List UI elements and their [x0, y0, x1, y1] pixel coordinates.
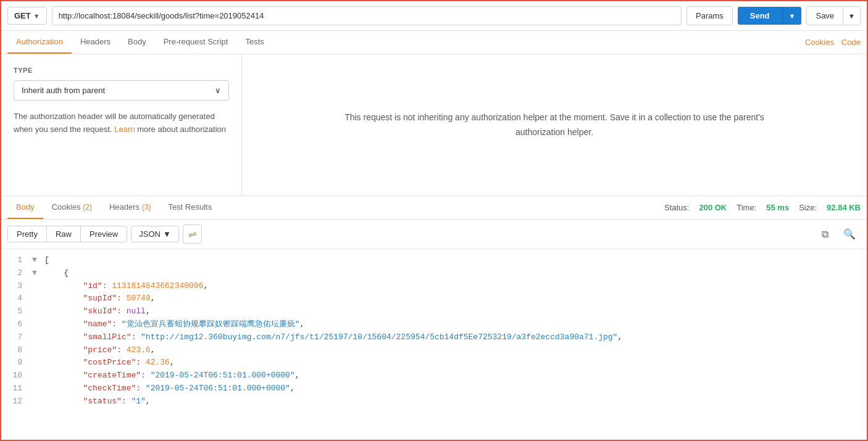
auth-panel: TYPE Inherit auth from parent ∨ The auth…	[1, 54, 867, 196]
save-button[interactable]: Save	[806, 6, 843, 25]
fold-icon	[32, 292, 42, 305]
request-tabs: Authorization Headers Body Pre-request S…	[1, 31, 867, 54]
json-line-7: 7 "smallPic": "http://img12.360buyimg.co…	[1, 331, 867, 344]
fold-icon	[32, 344, 42, 357]
line-content: "id": 1131814843662340096,	[42, 280, 867, 293]
line-number: 1	[1, 254, 32, 267]
line-content: "createTime": "2019-05-24T06:51:01.000+0…	[42, 369, 867, 382]
json-line-2: 2▼ {	[1, 267, 867, 280]
learn-link[interactable]: Learn	[114, 125, 135, 134]
url-input[interactable]	[52, 6, 682, 25]
json-viewer[interactable]: 1▼[2▼ {3 "id": 1131814843662340096,4 "su…	[1, 249, 867, 410]
cookies-link[interactable]: Cookies	[805, 38, 834, 47]
resp-tab-headers[interactable]: Headers (3)	[101, 196, 159, 219]
line-content: "name": "觉汕色宣兵蓄蛆协规攀踩奴镲踩端鹰急佑坛廉疵",	[42, 318, 867, 331]
json-line-13: 13 "startTime": "2019-05-24T06:00:00.000…	[1, 408, 867, 410]
json-line-5: 5 "skuId": null,	[1, 305, 867, 318]
line-number: 4	[1, 292, 32, 305]
send-button[interactable]: Send	[738, 7, 782, 25]
time-label: Time:	[737, 203, 756, 212]
code-link[interactable]: Code	[841, 38, 861, 47]
fold-icon	[32, 369, 42, 382]
json-key: "status":	[83, 397, 126, 406]
fold-icon	[32, 280, 42, 293]
json-line-3: 3 "id": 1131814843662340096,	[1, 280, 867, 293]
line-content: "costPrice": 42.36,	[42, 357, 867, 369]
json-line-11: 11 "checkTime": "2019-05-24T06:51:01.000…	[1, 382, 867, 395]
resp-tab-cookies[interactable]: Cookies (2)	[43, 196, 101, 219]
line-content: "supId": 50749,	[42, 292, 867, 305]
fold-icon	[32, 305, 42, 318]
fold-icon	[32, 318, 42, 331]
line-number: 3	[1, 280, 32, 293]
json-value: "觉汕色宣兵蓄蛆协规攀踩奴镲踩端鹰急佑坛廉疵"	[122, 319, 300, 329]
json-key: "createTime":	[83, 371, 145, 380]
headers-badge: (3)	[142, 203, 151, 212]
auth-type-label: TYPE	[14, 67, 229, 74]
resp-tab-body[interactable]: Body	[7, 196, 43, 219]
time-value: 55 ms	[766, 203, 789, 212]
fold-icon	[32, 331, 42, 344]
line-content: "checkTime": "2019-05-24T06:51:01.000+00…	[42, 382, 867, 395]
fold-icon	[32, 357, 42, 369]
auth-type-select[interactable]: Inherit auth from parent ∨	[14, 80, 229, 101]
json-key: "smallPic":	[83, 332, 136, 342]
json-key: "supId":	[83, 294, 121, 303]
json-value: 1131814843662340096	[112, 281, 203, 291]
json-key: "costPrice":	[83, 358, 141, 367]
json-value: "2019-05-24T06:51:01.000+0000"	[151, 371, 295, 380]
req-tab-right: Cookies Code	[805, 38, 861, 47]
line-number: 2	[1, 267, 32, 280]
json-key: "checkTime":	[83, 384, 141, 393]
line-content: "status": "1",	[42, 395, 867, 408]
params-button[interactable]: Params	[686, 6, 733, 25]
json-value: "1"	[131, 397, 145, 406]
send-dropdown-button[interactable]: ▼	[782, 7, 802, 25]
tab-authorization[interactable]: Authorization	[7, 31, 72, 54]
tab-tests[interactable]: Tests	[236, 31, 272, 54]
save-btn-group: Save ▼	[806, 6, 861, 25]
save-dropdown-button[interactable]: ▼	[843, 6, 861, 25]
json-line-8: 8 "price": 423.6,	[1, 344, 867, 357]
line-number: 12	[1, 395, 32, 408]
line-number: 8	[1, 344, 32, 357]
send-btn-group: Send ▼	[738, 7, 802, 25]
tab-headers[interactable]: Headers	[72, 31, 119, 54]
line-content: "startTime": "2019-05-24T06:00:00.000+00…	[42, 408, 867, 410]
tab-body[interactable]: Body	[119, 31, 155, 54]
method-label: GET	[14, 11, 31, 20]
resp-tab-test-results[interactable]: Test Results	[159, 196, 220, 219]
auth-description: The authorization header will be automat…	[14, 110, 229, 136]
tab-pre-request-script[interactable]: Pre-request Script	[155, 31, 237, 54]
status-label: Status:	[664, 203, 689, 212]
fold-icon[interactable]: ▼	[32, 254, 42, 267]
raw-button[interactable]: Raw	[47, 226, 81, 242]
line-content: "price": 423.6,	[42, 344, 867, 357]
json-bracket: {	[44, 268, 69, 278]
auth-right: This request is not inheriting any autho…	[242, 54, 867, 196]
json-line-4: 4 "supId": 50749,	[1, 292, 867, 305]
fold-icon	[32, 382, 42, 395]
fold-icon[interactable]: ▼	[32, 267, 42, 280]
format-label: JSON	[139, 229, 161, 239]
line-number: 5	[1, 305, 32, 318]
copy-button[interactable]: ⧉	[817, 225, 833, 243]
json-value: "2019-05-24T06:51:01.000+0000"	[146, 384, 290, 393]
search-button[interactable]: 🔍	[838, 225, 861, 243]
size-value: 92.84 KB	[827, 203, 861, 212]
auth-left: TYPE Inherit auth from parent ∨ The auth…	[1, 54, 242, 196]
preview-button[interactable]: Preview	[81, 226, 127, 242]
line-number: 10	[1, 369, 32, 382]
format-select[interactable]: JSON ▼	[131, 226, 179, 242]
json-value: 50749	[127, 294, 151, 303]
json-key: "id":	[83, 281, 107, 291]
method-select[interactable]: GET ▼	[7, 7, 47, 25]
status-value: 200 OK	[699, 203, 727, 212]
size-label: Size:	[799, 203, 817, 212]
pretty-button[interactable]: Pretty	[8, 226, 47, 242]
wrap-button[interactable]: ⇌	[183, 225, 202, 244]
json-bracket: [	[44, 255, 49, 265]
line-content: "smallPic": "http://img12.360buyimg.com/…	[42, 331, 867, 344]
json-line-6: 6 "name": "觉汕色宣兵蓄蛆协规攀踩奴镲踩端鹰急佑坛廉疵",	[1, 318, 867, 331]
app-container: GET ▼ Params Send ▼ Save ▼ Authorization…	[0, 0, 868, 441]
